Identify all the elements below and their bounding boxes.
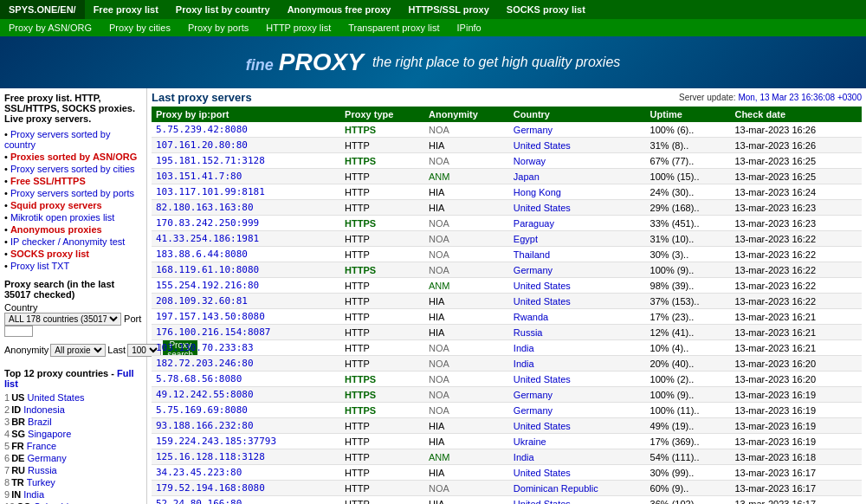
proxy-ip[interactable]: 103.151.41.7:80 [152,169,340,184]
proxy-country[interactable]: United States [509,138,646,153]
proxy-country[interactable]: Egypt [509,231,646,247]
proxy-uptime: 30% (3).. [646,247,731,262]
nav-home[interactable]: SPYS.ONE/EN/ [0,0,85,19]
proxy-ip[interactable]: 195.181.152.71:3128 [152,153,340,169]
proxy-uptime: 36% (102).. [646,496,731,505]
proxy-country[interactable]: Germany [509,403,646,418]
top12-country-link[interactable]: France [27,441,56,451]
nav-transparent[interactable]: Transparent proxy list [339,19,448,36]
proxy-country[interactable]: Hong Kong [509,184,646,200]
proxy-country[interactable]: United States [509,294,646,309]
proxy-country[interactable]: India [509,356,646,372]
proxy-check-date: 13-mar-2023 16:21 [730,340,862,356]
proxy-ip[interactable]: 82.180.163.163:80 [152,200,340,216]
sidebar-link[interactable]: Proxy servers sorted by cities [10,164,135,174]
proxy-country[interactable]: Rwanda [509,309,646,325]
proxy-ip[interactable]: 41.33.254.186:1981 [152,231,340,247]
top12-country-link[interactable]: United States [27,392,84,403]
proxy-country[interactable]: Germany [509,387,646,403]
sidebar-link[interactable]: SOCKS proxy list [10,249,89,259]
proxy-ip[interactable]: 52.24.80.166:80 [152,496,340,505]
proxy-ip[interactable]: 107.161.20.80:80 [152,138,340,153]
table-row: 5.78.68.56:8080 HTTPS NOA United States … [152,372,862,387]
top12-country-link[interactable]: Russia [28,465,57,475]
nav-http[interactable]: HTTP proxy list [257,19,339,36]
proxy-country[interactable]: Thailand [509,247,646,262]
nav-https-ssl[interactable]: HTTPS/SSL proxy [399,0,497,19]
proxy-ip[interactable]: 93.188.166.232:80 [152,418,340,434]
proxy-country[interactable]: Russia [509,325,646,340]
nav-ipinfo[interactable]: IPinfo [449,19,490,36]
table-row: 107.161.20.80:80 HTTP HIA United States … [152,138,862,153]
sidebar-link[interactable]: Proxies sorted by ASN/ORG [10,152,137,162]
proxy-ip[interactable]: 5.78.68.56:8080 [152,372,340,387]
nav-by-country[interactable]: Proxy list by country [167,0,279,19]
proxy-ip[interactable]: 125.16.128.118:3128 [152,449,340,465]
proxy-type: HTTPS [340,153,424,169]
sidebar-link[interactable]: Proxy servers sorted by country [4,129,110,150]
proxy-country[interactable]: United States [509,418,646,434]
proxy-country[interactable]: India [509,449,646,465]
proxy-ip[interactable]: 155.254.192.216:80 [152,278,340,294]
sidebar-link[interactable]: Squid proxy servers [10,200,102,210]
nav-anonymous[interactable]: Anonymous free proxy [279,0,400,19]
sidebar-link[interactable]: Proxy servers sorted by ports [10,188,134,198]
proxy-anon: NOA [424,403,509,418]
proxy-ip[interactable]: 179.52.194.168:8080 [152,481,340,496]
nav-asn-org[interactable]: Proxy by ASN/ORG [0,19,100,36]
top12-country-link[interactable]: Indonesia [23,404,65,415]
sidebar-link[interactable]: IP checker / Anonymity test [10,236,125,247]
sidebar-link[interactable]: Proxy list TXT [10,261,69,271]
proxy-check-date: 13-mar-2023 16:17 [730,496,862,505]
proxy-country[interactable]: Ukraine [509,434,646,449]
anonymity-select[interactable]: All proxie [50,344,106,357]
proxy-country[interactable]: United States [509,496,646,505]
proxy-type: HTTP [340,138,424,153]
sidebar-link[interactable]: Mikrotik open proxies list [10,212,114,223]
proxy-ip[interactable]: 182.72.203.246:80 [152,356,340,372]
proxy-country[interactable]: Germany [509,262,646,278]
proxy-country[interactable]: Norway [509,153,646,169]
nav-cities[interactable]: Proxy by cities [100,19,179,36]
proxy-ip[interactable]: 170.83.242.250:999 [152,216,340,231]
proxy-country[interactable]: United States [509,200,646,216]
nav-socks[interactable]: SOCKS proxy list [498,0,594,19]
sidebar-link[interactable]: Anonymous proxies [10,224,102,235]
top12-country-link[interactable]: Germany [27,453,66,463]
proxy-ip[interactable]: 176.100.216.154:8087 [152,325,340,340]
proxy-country[interactable]: United States [509,372,646,387]
proxy-country[interactable]: India [509,340,646,356]
proxy-ip[interactable]: 49.12.242.55:8080 [152,387,340,403]
proxy-country[interactable]: Germany [509,122,646,138]
nav-free-proxy[interactable]: Free proxy list [85,0,167,19]
top12-country-link[interactable]: Turkey [27,477,55,488]
proxy-ip[interactable]: 168.119.61.10:8080 [152,262,340,278]
proxy-country[interactable]: United States [509,465,646,481]
sidebar: Free proxy list. HTTP, SSL/HTTPS, SOCKS … [0,88,147,504]
table-row: 159.224.243.185:37793 HTTP HIA Ukraine 1… [152,434,862,449]
server-update-time[interactable]: Mon, 13 Mar 23 16:36:08 +0300 [738,93,862,102]
proxy-ip[interactable]: 159.224.243.185:37793 [152,434,340,449]
country-select[interactable]: ALL 178 countries (35017 pn [4,313,121,326]
proxy-country[interactable]: Japan [509,169,646,184]
top12-country-link[interactable]: Brazil [28,417,52,427]
proxy-uptime: 60% (9).. [646,481,731,496]
proxy-country[interactable]: Dominican Republic [509,481,646,496]
top12-country-link[interactable]: India [23,489,44,500]
proxy-ip[interactable]: 5.75.169.69:8080 [152,403,340,418]
proxy-ip[interactable]: 34.23.45.223:80 [152,465,340,481]
proxy-check-date: 13-mar-2023 16:22 [730,247,862,262]
proxy-ip[interactable]: 197.157.143.50:8080 [152,309,340,325]
proxy-ip[interactable]: 208.109.32.60:81 [152,294,340,309]
sidebar-link[interactable]: Free SSL/HTTPS [10,176,86,186]
proxy-ip[interactable]: 103.117.101.99:8181 [152,184,340,200]
top12-country-link[interactable]: Singapore [28,429,71,439]
proxy-country[interactable]: Paraguay [509,216,646,231]
proxy-ip[interactable]: 5.75.239.42:8080 [152,122,340,138]
proxy-country[interactable]: United States [509,278,646,294]
proxy-ip[interactable]: 183.88.6.44:8080 [152,247,340,262]
proxy-uptime: 31% (8).. [646,138,731,153]
port-input[interactable] [4,326,33,337]
proxy-ip[interactable]: 103.130.70.233:83 [152,340,340,356]
nav-ports[interactable]: Proxy by ports [179,19,257,36]
